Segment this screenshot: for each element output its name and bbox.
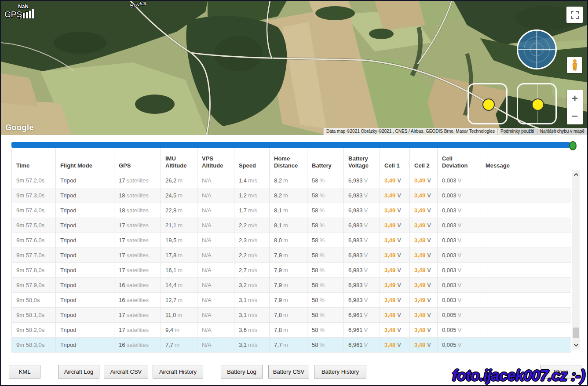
cell-speed: 3,1m/s [234,293,270,308]
telemetry-table: TimeFlight ModeGPSIMU AltitudeVPS Altitu… [11,148,571,353]
scrollbar-thumb[interactable] [573,328,579,338]
table-row[interactable]: 9m 57.6,0sTripod17satellites19,5mN/A2,3m… [12,233,571,248]
cell-imu: 14,4m [161,278,197,293]
cell-battery: 58% [307,338,344,353]
cell-battery: 58% [307,203,344,218]
column-header-cell2: Cell 2 [410,148,438,173]
zoom-in-button[interactable]: + [567,90,583,107]
cell-mode: Tripod [56,293,114,308]
table-row[interactable]: 9m 57.9,0sTripod16satellites14,4mN/A3,2m… [12,278,571,293]
table-row[interactable]: 9m 57.4,0sTripod18satellites22,8mN/A1,7m… [12,203,571,218]
fullscreen-button[interactable] [566,7,583,23]
aircraft-history-button[interactable]: Aircraft History [153,365,203,379]
cell-gps: 17satellites [114,218,161,233]
cell-home: 7,7m [270,338,307,353]
report-error-link[interactable]: Nahlásit chybu v mapě [537,128,587,135]
column-header-dev: Cell Deviation [438,148,481,173]
cell-gps: 18satellites [114,203,161,218]
battery-history-button[interactable]: Battery History [314,365,366,379]
cell-battery: 58% [307,293,344,308]
cell-battery: 58% [307,278,344,293]
terms-link[interactable]: Podmínky použití [497,128,537,135]
chevron-down-icon [573,343,579,347]
cell-mode: Tripod [56,203,114,218]
table-row[interactable]: 9m 57.3,0sTripod18satellites24,5mN/A1,2m… [12,188,571,203]
cell-vps: N/A [197,278,234,293]
cell-time: 9m 58.2,0s [12,323,56,338]
cell-cell1: 3,49V [380,203,410,218]
cell-gps: 16satellites [114,293,161,308]
cell-speed: 1,4m/s [234,173,270,188]
cell-voltage: 6,983V [344,233,380,248]
cell-message [481,233,571,248]
column-header-voltage: Battery Voltage [344,148,380,173]
cell-home: 8,0m [270,233,307,248]
close-button[interactable]: Close [541,365,581,379]
battery-log-button[interactable]: Battery Log [221,365,263,379]
zoom-out-button[interactable]: − [567,107,583,124]
timeline-track[interactable] [11,142,570,148]
cell-message [481,248,571,263]
column-header-cell1: Cell 1 [380,148,410,173]
cell-home: 8,2m [270,188,307,203]
map-view[interactable]: NaN GPS Sovka Google Data map ©2021 Obrá… [1,1,587,135]
cell-gps: 17satellites [114,308,161,323]
table-row[interactable]: 9m 57.2,0sTripod17satellites26,2mN/A1,4m… [12,173,571,188]
table-row[interactable]: 9m 58,0sTripod16satellites12,7mN/A3,1m/s… [12,293,571,308]
aircraft-csv-button[interactable]: Aircraft CSV [104,365,148,379]
cell-vps: N/A [197,233,234,248]
cell-dev: 0,005V [438,338,481,353]
cell-battery: 58% [307,218,344,233]
cell-cell1: 3,49V [380,233,410,248]
cell-voltage: 6,961V [344,338,380,353]
cell-mode: Tripod [56,263,114,278]
cell-time: 9m 57.4,0s [12,203,56,218]
cell-home: 8,1m [270,218,307,233]
table-row[interactable]: 9m 58.2,0sTripod17satellites9,4mN/A3,6m/… [12,323,571,338]
cell-dev: 0,003V [438,278,481,293]
cell-dev: 0,005V [438,308,481,323]
cell-speed: 3,1m/s [234,308,270,323]
cell-message [481,203,571,218]
table-row[interactable]: 9m 57.7,0sTripod17satellites17,8mN/A2,2m… [12,248,571,263]
table-row[interactable]: 9m 57.5,0sTripod17satellites21,1mN/A2,2m… [12,218,571,233]
cell-dev: 0,003V [438,173,481,188]
kml-button[interactable]: KML [9,365,40,379]
cell-speed: 2,2m/s [234,218,270,233]
cell-home: 7,9m [270,293,307,308]
table-row[interactable]: 9m 58.3,0sTripod16satellites7,7mN/A3,1m/… [12,338,571,353]
cell-vps: N/A [197,203,234,218]
cell-mode: Tripod [56,308,114,323]
compass-indicator [516,29,557,70]
stick-dot-icon [482,98,495,111]
cell-cell1: 3,49V [380,263,410,278]
scroll-down-button[interactable] [572,341,580,350]
table-header-row: TimeFlight ModeGPSIMU AltitudeVPS Altitu… [12,148,571,173]
streetview-pegman-button[interactable] [567,57,582,73]
cell-speed: 3,6m/s [234,323,270,338]
cell-cell1: 3,48V [380,323,410,338]
google-logo[interactable]: Google [5,123,34,132]
battery-csv-button[interactable]: Battery CSV [268,365,309,379]
scroll-up-button[interactable] [572,170,580,179]
cell-imu: 21,1m [161,218,197,233]
cell-speed: 2,2m/s [234,248,270,263]
stick-dot-icon [532,98,544,111]
cell-cell1: 3,49V [380,278,410,293]
cell-mode: Tripod [56,323,114,338]
aircraft-log-button[interactable]: Aircraft Log [58,365,99,379]
cell-voltage: 6,983V [344,203,380,218]
cell-vps: N/A [197,248,234,263]
table-row[interactable]: 9m 58.1,0sTripod17satellites11,0mN/A3,1m… [12,308,571,323]
table-scrollbar[interactable] [572,170,580,350]
fullscreen-icon [571,11,579,19]
cell-message [481,173,571,188]
cell-voltage: 6,983V [344,173,380,188]
cell-gps: 18satellites [114,188,161,203]
cell-cell2: 3,49V [410,218,438,233]
cell-home: 7,8m [270,308,307,323]
table-row[interactable]: 9m 57.8,0sTripod17satellites16,1mN/A2,7m… [12,263,571,278]
chevron-up-icon [573,173,579,176]
cell-speed: 2,7m/s [234,263,270,278]
cell-imu: 17,8m [161,248,197,263]
